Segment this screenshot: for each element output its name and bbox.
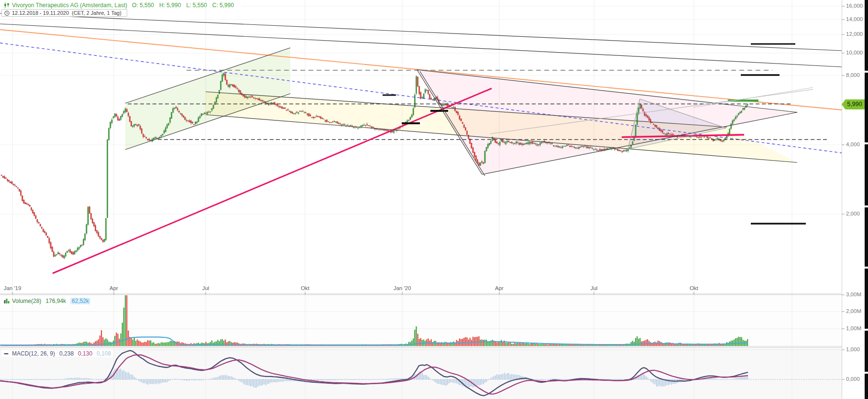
volume-axis-label: 3,00M xyxy=(846,291,861,297)
macd-hist-value: 0,108 xyxy=(97,350,111,357)
chart-canvas[interactable] xyxy=(0,0,868,399)
macd-line-icon xyxy=(4,352,10,356)
low-value: L: 5,550 xyxy=(186,2,207,9)
macd-indicator-header[interactable]: MACD(12, 26, 9) 0,238 0,130 0,108 xyxy=(1,350,113,357)
trading-chart-window: Vivoryon Therapeutics AG (Amsterdam, Las… xyxy=(0,0,868,399)
macd-axis-label: 1,000 xyxy=(846,346,860,352)
price-axis-label: 14,000 xyxy=(846,16,863,22)
time-axis-label: Jul xyxy=(580,285,608,291)
time-axis-label: Okt xyxy=(680,285,708,291)
price-axis-label: 16,000 xyxy=(846,3,863,9)
price-axis-label: 8,000 xyxy=(846,72,860,78)
time-axis-label: Apr xyxy=(99,285,128,291)
volume-bars-icon xyxy=(4,298,10,303)
date-range: 12.12.2018 - 19.11.2020 xyxy=(12,10,69,16)
macd-axis-label: 0,000 xyxy=(846,376,860,382)
price-axis-label: 12,000 xyxy=(846,31,863,37)
volume-current-value: 62,52k xyxy=(70,298,90,304)
timezone-period: (CET, 2 Jahre, 1 Tag) xyxy=(72,10,121,16)
instrument-title: Vivoryon Therapeutics AG (Amsterdam, Las… xyxy=(12,2,127,9)
pane-separator-1 xyxy=(0,293,868,295)
instrument-header: Vivoryon Therapeutics AG (Amsterdam, Las… xyxy=(1,1,242,9)
time-axis-label: Okt xyxy=(291,285,319,291)
macd-value: 0,238 xyxy=(59,350,74,357)
time-axis-label: Jan '19 xyxy=(0,285,27,291)
close-value: C: 5,990 xyxy=(212,2,234,9)
price-axis-label: 2,000 xyxy=(846,211,860,216)
price-axis-label: 4,000 xyxy=(846,141,860,147)
time-axis-label: Jan '20 xyxy=(388,285,417,291)
time-axis-label: Apr xyxy=(485,285,514,291)
clock-icon xyxy=(4,11,10,16)
volume-indicator-header[interactable]: Volume(28) 176,94k 62,52k xyxy=(1,297,93,304)
time-axis-label: Jul xyxy=(191,285,220,291)
macd-label: MACD(12, 26, 9) xyxy=(12,350,55,357)
collapsed-panel-strip xyxy=(865,0,868,399)
macd-signal-value: 0,130 xyxy=(78,350,92,357)
candlestick-icon xyxy=(4,2,10,8)
volume-label: Volume(28) xyxy=(12,298,41,304)
last-price-badge: 5,990 xyxy=(842,99,865,110)
high-value: H: 5,990 xyxy=(159,2,181,9)
volume-axis-label: 2,00M xyxy=(846,308,861,314)
price-axis-label: 10,000 xyxy=(846,50,863,55)
volume-axis-label: 1,00M xyxy=(846,325,861,331)
timerange-chip[interactable]: 12.12.2018 - 19.11.2020 (CET, 2 Jahre, 1… xyxy=(1,9,127,17)
open-value: O: 5,550 xyxy=(132,2,154,9)
volume-ma-value: 176,94k xyxy=(45,298,66,304)
